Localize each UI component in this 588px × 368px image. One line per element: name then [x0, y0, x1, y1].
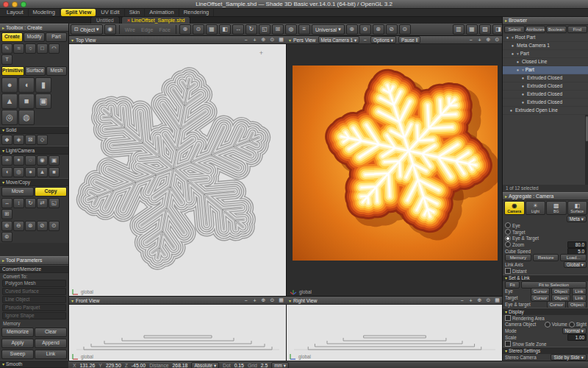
scale-icon[interactable]: ◱ [49, 198, 60, 208]
tab-surface[interactable]: ◧ Surface [567, 201, 588, 215]
pen-tool-icon[interactable]: ✎ [1, 43, 12, 54]
visibility-eye-icon[interactable]: ● [515, 60, 520, 64]
magnify-view-icon[interactable]: ⊙ [485, 297, 492, 303]
tree-row-closed-line[interactable]: ● Closed Line [503, 58, 588, 66]
zoom-out-icon[interactable]: − [243, 298, 249, 303]
disclosure-icon[interactable]: ▸ [2, 25, 4, 30]
show-safe-zone-checkbox[interactable] [505, 341, 511, 347]
hemisphere-light-icon[interactable]: ◖ [1, 167, 12, 177]
coord-mode-dropdown[interactable]: Absolute ▾ [191, 362, 219, 368]
zoom-value-field[interactable]: 80.0 [567, 241, 587, 248]
grid-view-icon[interactable]: ▦ [278, 297, 284, 303]
disc-primitive-icon[interactable]: ◍ [18, 110, 35, 125]
array-icon[interactable]: ⊞ [1, 209, 12, 219]
ambient-light-icon[interactable]: ◌ [25, 155, 36, 166]
tab-lineoffset-sample[interactable]: ×LineOffset_Sample.shd [121, 16, 191, 24]
move-copy-section-bar[interactable]: ▾ Move/Copy [0, 178, 68, 186]
viewport-top[interactable]: ▾ Top View − + ⊕ ⊙ ▦ [68, 35, 287, 297]
unit-dropdown[interactable]: mm ▾ [271, 362, 289, 368]
grid-toggle-icon[interactable]: ▦ [206, 24, 218, 35]
distant-checkbox[interactable] [505, 268, 511, 274]
scale-tool-icon[interactable]: ◱ [259, 24, 270, 35]
eye-target-radio[interactable] [505, 236, 511, 241]
visibility-eye-icon[interactable]: ● [505, 35, 510, 40]
tab-close-icon[interactable]: × [127, 18, 130, 23]
universal-manipulator-dropdown[interactable]: Universal ▾ [312, 24, 345, 35]
tree-row-extruded-closed-2[interactable]: ● Extruded Closed [503, 82, 588, 91]
rotate-tool-icon[interactable]: ↻ [245, 24, 257, 35]
hemisphere-primitive-icon[interactable]: ◖ [18, 77, 35, 93]
top-view-canvas[interactable]: + global [69, 43, 287, 297]
mesh-button[interactable]: Mesh [46, 66, 67, 76]
front-view-canvas[interactable]: global [69, 304, 287, 361]
bend-tool-icon[interactable]: ⊙ [399, 24, 411, 35]
tree-row-extruded-closed-1[interactable]: ● Extruded Closed [503, 74, 588, 82]
surface-mode-icon[interactable]: ◧ [219, 24, 231, 35]
mode-dropdown[interactable]: Normal ▾ [562, 328, 587, 334]
pers-view-canvas[interactable]: global [287, 43, 503, 297]
twist-icon[interactable]: ▾ [522, 68, 524, 72]
edge-mode-label[interactable]: Edge [139, 27, 155, 32]
tab-bg[interactable]: ▩ BG [546, 201, 567, 215]
convert-option-polygon-mesh[interactable]: Polygon Mesh [2, 280, 66, 287]
viewport-right[interactable]: ▾ Right View − + ⊕ ⊙ ▦ global [286, 296, 503, 362]
menu-split-view[interactable]: Split View [61, 9, 96, 16]
view-texture-icon[interactable]: ▧ [479, 24, 491, 35]
right-view-title[interactable]: Right View [293, 298, 317, 303]
freehand-tool-icon[interactable]: ≈ [13, 43, 24, 54]
eye-and-target-cursor-button[interactable]: Cursor [547, 301, 566, 308]
zoom-out-icon[interactable]: − [459, 298, 465, 303]
nonuniform-scale-icon[interactable]: ⊖ [359, 24, 371, 35]
visibility-eye-icon[interactable]: ● [520, 92, 526, 96]
torus-primitive-icon[interactable]: ◎ [1, 110, 18, 125]
minimize-window-button[interactable] [12, 1, 18, 7]
link-button[interactable]: Link [35, 350, 67, 359]
zoom-in-icon[interactable]: + [251, 38, 258, 43]
disclosure-icon[interactable]: ▸ [505, 194, 507, 199]
tool-parameters-header[interactable]: ▸ Tool Parameters [0, 256, 68, 264]
view-solid-icon[interactable]: ▥ [453, 24, 465, 35]
visibility-eye-icon[interactable]: ● [510, 43, 515, 48]
face-mode-label[interactable]: Face [157, 27, 173, 32]
browser-tab-boolean[interactable]: Boolean [546, 26, 567, 33]
menu-layout[interactable]: Layout [2, 9, 29, 16]
twist-icon[interactable]: ⊗ [25, 221, 36, 231]
star-light-icon[interactable]: ✶ [13, 155, 24, 166]
visibility-eye-icon[interactable]: ● [509, 108, 514, 113]
sphere-primitive-icon[interactable]: ● [1, 77, 18, 93]
object-mode-dropdown[interactable]: ⊡ Object ▾ [71, 24, 103, 35]
memorize-button[interactable]: Memorize [1, 328, 34, 337]
menu-animation[interactable]: Animation [145, 9, 179, 16]
right-view-canvas[interactable]: global [287, 304, 503, 361]
menu-modeling[interactable]: Modeling [29, 9, 60, 16]
sight-radio[interactable] [569, 322, 575, 328]
layers-icon[interactable]: ≡ [298, 24, 310, 35]
zoom-window-button[interactable] [21, 1, 26, 7]
stereo-camera-dropdown[interactable]: Side by Side ▾ [551, 354, 587, 361]
browser-scrollbar[interactable] [585, 115, 588, 185]
options-dropdown[interactable]: Options ▾ [370, 36, 396, 43]
nonuniform-icon[interactable]: ⊖ [13, 221, 24, 231]
rounded-cube-primitive-icon[interactable]: ▣ [35, 93, 51, 109]
view-wire-icon[interactable]: ▦ [466, 24, 478, 35]
center-view-icon[interactable]: ⊕ [476, 297, 483, 303]
tree-row-extruded-closed-3[interactable]: ● Extruded Closed [503, 91, 588, 99]
translate-icon[interactable]: ↔ [1, 198, 12, 208]
point-light-icon[interactable]: ● [25, 167, 36, 177]
text-tool-icon[interactable]: T [1, 54, 12, 65]
visibility-eye-icon[interactable]: ● [520, 84, 526, 88]
close-window-button[interactable] [3, 1, 9, 7]
convert-option-line-object[interactable]: Line Object [2, 296, 66, 303]
fit-button[interactable]: Fit [505, 281, 520, 289]
set-link-section-header[interactable]: ▾ Set & Link [503, 275, 588, 282]
cylinder-primitive-icon[interactable]: ▮ [35, 77, 51, 93]
center-view-icon[interactable]: ⊕ [260, 37, 267, 43]
camera-object-icon[interactable]: ◉ [37, 155, 48, 166]
uniform-scale-icon[interactable]: ⊕ [346, 24, 358, 35]
scale-field[interactable]: 1.00 [567, 334, 587, 341]
load-button[interactable]: Load... [560, 254, 587, 261]
append-button[interactable]: Append [35, 339, 67, 348]
browser-header[interactable]: ▸ Browser [503, 16, 588, 25]
uniform-icon[interactable]: ⊕ [1, 221, 12, 231]
cone-primitive-icon[interactable]: ▲ [1, 93, 18, 109]
